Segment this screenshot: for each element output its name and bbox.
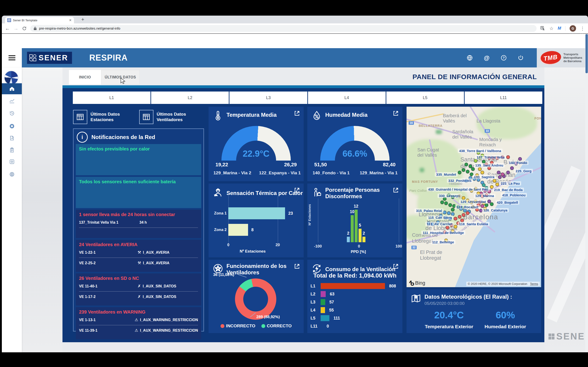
ultimos-datos-estaciones-button[interactable]: Últimos DatosEstaciones — [73, 107, 137, 127]
notification-row: VE 2-25-2⚒I_AUX_AVERIA — [79, 258, 198, 268]
tab-inicio[interactable]: INICIO — [69, 70, 101, 84]
station-dot[interactable] — [462, 168, 465, 172]
station-dot[interactable] — [506, 155, 510, 159]
consumption-bar — [321, 291, 326, 297]
line-tab-l4[interactable]: L4 — [308, 92, 386, 104]
sidebar-item-record[interactable] — [2, 121, 22, 131]
translate-icon[interactable] — [540, 26, 545, 31]
tab-close-icon[interactable]: ✕ — [69, 18, 72, 22]
station-dot[interactable] — [510, 166, 514, 170]
notifications-title: Notificaciones de la Red — [91, 134, 155, 140]
station-dot[interactable] — [466, 170, 469, 173]
sidebar-item-home[interactable] — [2, 83, 22, 94]
station-dot[interactable] — [448, 203, 452, 207]
browser-tab[interactable]: Sener BI Template ✕ — [5, 17, 74, 23]
scrollbar-thumb[interactable] — [586, 34, 588, 73]
bookmark-star-icon[interactable]: ☆ — [549, 26, 553, 31]
station-dot[interactable] — [471, 167, 475, 171]
card-title: Consumo de la Ventilación — [325, 266, 395, 273]
new-tab-button[interactable]: + — [81, 17, 84, 23]
notifications-list: Sin efectos previsibles por calorTodos l… — [76, 144, 201, 339]
map-station-label: 438_Torre Baró / Vallbona — [458, 149, 502, 153]
line-tab-l2[interactable]: L2 — [151, 92, 229, 104]
forward-icon[interactable]: → — [14, 26, 18, 31]
station-dot[interactable] — [478, 167, 482, 171]
station-dot[interactable] — [495, 183, 499, 186]
bing-map[interactable]: ᕹBing © 2020 HERE, © 2020 Microsoft Corp… — [406, 107, 541, 287]
open-external-icon[interactable] — [392, 263, 399, 270]
histogram-bar — [351, 215, 354, 242]
station-dot[interactable] — [464, 163, 468, 166]
station-dot[interactable] — [458, 215, 461, 219]
url-text: pre-respira-metro-bcn.azurewebsites.net/… — [39, 26, 120, 30]
sidebar-item-web[interactable] — [2, 169, 22, 179]
station-dot[interactable] — [462, 196, 465, 200]
map-town-label: BELLATERRA — [419, 124, 443, 127]
line-tab-l5[interactable]: L5 — [386, 92, 464, 104]
station-dot[interactable] — [440, 200, 444, 204]
status-code: I_AUX_SIN_DATOS — [143, 284, 176, 288]
line-tab-l11[interactable]: L11 — [465, 92, 542, 104]
station-dot[interactable] — [481, 171, 484, 174]
help-icon[interactable]: ? — [500, 54, 507, 61]
station-dot[interactable] — [497, 171, 501, 174]
trend-chart-icon — [9, 98, 15, 104]
line-tab-l1[interactable]: L1 — [73, 92, 150, 104]
station-dot[interactable] — [451, 208, 455, 211]
back-icon[interactable]: ← — [5, 26, 10, 31]
notification-title: Todos los sensores tienen suficiente bat… — [79, 179, 198, 184]
status-code: I_AUX_AVERIA — [143, 261, 169, 265]
thermometer-icon — [213, 110, 223, 121]
hamburger-menu-icon[interactable] — [9, 54, 15, 61]
legend-label: CORRECTO — [267, 323, 292, 328]
language-globe-icon[interactable] — [466, 54, 473, 61]
map-station-label: 140_Fondo — [508, 161, 528, 165]
station-dot[interactable] — [458, 171, 461, 174]
screen: { "browser": { "tab_title": "Sener BI Te… — [0, 0, 588, 367]
station-dot[interactable] — [493, 179, 496, 183]
sidebar-item-reports[interactable] — [2, 145, 22, 155]
category-label: Zona 1 — [214, 211, 228, 216]
sidebar-item-settings[interactable] — [2, 157, 22, 167]
profile-avatar[interactable]: G — [570, 25, 576, 32]
legend-dot — [261, 324, 265, 328]
page-scrollbar[interactable] — [585, 34, 588, 352]
hammer-icon: ⚒ — [138, 250, 141, 255]
card-title: Sensación Térmica por Calor — [226, 190, 303, 196]
gauge-min-station: 140_Fondo - Via 1 — [307, 170, 355, 175]
open-external-icon[interactable] — [294, 110, 300, 117]
gridline — [318, 199, 318, 242]
sidebar-item-trends[interactable] — [2, 96, 22, 106]
map-station-label: 315_Palau Reial — [415, 209, 443, 213]
device-name: VE 1-17-2 — [79, 295, 138, 299]
reload-icon[interactable] — [22, 26, 27, 31]
map-terms-link[interactable]: Terms — [530, 282, 538, 286]
notification-row: VE 1-13-1⚠I_AUX_WARNING_RESTRICCION — [79, 315, 198, 325]
open-external-icon[interactable] — [294, 263, 300, 270]
url-bar[interactable]: pre-respira-metro-bcn.azurewebsites.net/… — [30, 25, 536, 32]
open-external-icon[interactable] — [294, 187, 300, 194]
sidebar-item-history[interactable] — [2, 108, 22, 118]
station-dot[interactable] — [490, 202, 493, 206]
sidebar-item-export[interactable] — [2, 133, 22, 143]
station-dot[interactable] — [443, 211, 447, 214]
status-code: I_AUX_WARNING_RESTRICCION — [140, 328, 198, 333]
open-external-icon[interactable] — [392, 187, 399, 194]
line-label: L3 — [311, 300, 321, 305]
map-station-label: 219_Bac de Roda — [493, 188, 524, 192]
line-tab-l3[interactable]: L3 — [229, 92, 307, 104]
line-tabs: L1L2L3L4L5L11 — [73, 91, 543, 104]
extension-icon[interactable]: M — [558, 26, 561, 31]
consumption-row: L110 — [311, 323, 400, 330]
power-logout-icon[interactable] — [517, 54, 524, 61]
open-external-icon[interactable] — [392, 110, 399, 117]
warning-icon: ⚠ — [135, 328, 138, 333]
station-dot[interactable] — [506, 171, 510, 174]
bar-value: 2 — [359, 231, 368, 236]
consumo-bar-chart: L1808L263L357L455L5111L110 — [311, 283, 400, 331]
ultimos-datos-ventiladores-button[interactable]: Últimos DatosVentiladores — [139, 107, 204, 127]
bar-value: 55 — [329, 308, 334, 313]
menu-dots-icon[interactable]: ⋮ — [580, 26, 585, 31]
contact-at-icon[interactable]: @ — [483, 54, 490, 61]
map-town-label: El Prat de Llobregat — [420, 249, 442, 261]
